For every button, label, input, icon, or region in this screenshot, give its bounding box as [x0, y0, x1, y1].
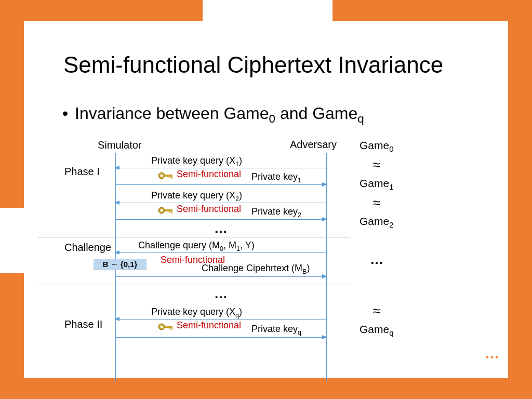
bullet-mid: and Game [275, 104, 357, 123]
approx-2: ≈ [360, 193, 393, 213]
svg-rect-14 [171, 328, 172, 330]
msg-pk1: Private key1 [251, 171, 301, 184]
gameq: Gameq [360, 321, 393, 339]
left-notch [0, 208, 24, 273]
arrow-chc [115, 276, 326, 277]
phase1-label: Phase I [64, 166, 100, 178]
msg-chq: Challenge query (M0, M1, Y) [138, 240, 255, 252]
divider-2 [38, 284, 350, 284]
key-icon-2 [158, 206, 174, 215]
dots-2: … [214, 286, 228, 302]
arrow-chq [115, 252, 326, 253]
challenge-label: Challenge [64, 242, 111, 254]
phase2-label: Phase II [64, 318, 102, 330]
title-notch [203, 0, 332, 21]
semi-q: Semi-functional [177, 320, 241, 331]
arrow-pkq [115, 337, 326, 338]
approx-q: ≈ [360, 301, 393, 321]
dots-1: … [214, 220, 228, 236]
bullet-sub1: 0 [269, 112, 275, 125]
simulator-label: Simulator [98, 139, 141, 151]
arrow-q2 [115, 203, 326, 203]
key-icon-q [158, 323, 174, 331]
semi-1: Semi-functional [177, 169, 241, 180]
svg-point-6 [161, 209, 163, 212]
game-column: Game0 ≈ Game1 ≈ Game2 … ≈ Gameq [360, 137, 393, 339]
game1: Game1 [360, 175, 393, 193]
svg-point-1 [161, 175, 163, 177]
svg-rect-12 [164, 326, 172, 328]
game2: Game2 [360, 213, 393, 231]
svg-rect-2 [164, 175, 172, 177]
b-chip: B ← {0,1} [94, 259, 147, 270]
slide-title: Semi-functional Ciphertext Invariance [63, 52, 443, 78]
adversary-label: Adversary [290, 139, 337, 151]
semi-2: Semi-functional [177, 204, 241, 215]
slide: Semi-functional Ciphertext Invariance In… [24, 21, 508, 378]
msg-pkq: Private keyq [251, 324, 301, 336]
university-logo: UNIVERSITY OF WOLLONGONG [405, 352, 503, 377]
arrow-pk1 [115, 184, 326, 185]
svg-rect-9 [171, 211, 172, 214]
arrow-q1 [115, 168, 326, 168]
approx-1: ≈ [360, 155, 393, 175]
msg-q1: Private key query (X1) [151, 155, 242, 168]
arrow-pk2 [115, 219, 326, 220]
bullet-text: Invariance between Game0 and Gameq [75, 104, 364, 126]
svg-rect-4 [171, 177, 172, 179]
arrow-qq [115, 319, 326, 320]
msg-q2: Private key query (X2) [151, 190, 242, 203]
bullet-prefix: Invariance between Game [75, 104, 269, 123]
msg-pk2: Private key2 [251, 206, 301, 219]
key-icon-1 [158, 171, 174, 180]
game-dots: … [360, 249, 393, 270]
svg-rect-8 [169, 211, 170, 213]
svg-rect-13 [169, 328, 170, 329]
svg-rect-7 [164, 209, 172, 211]
svg-point-16 [491, 356, 493, 358]
msg-qq: Private key query (Xq) [151, 307, 242, 319]
logo-text: UNIVERSITY OF WOLLONGONG [405, 355, 476, 374]
msg-chc: Challenge Cipehrtext (MB) [202, 263, 310, 275]
svg-rect-3 [169, 177, 170, 178]
game0: Game0 [360, 137, 393, 155]
svg-point-17 [496, 356, 498, 358]
shield-icon [481, 352, 503, 377]
lifeline-adversary [326, 153, 327, 381]
svg-rect-18 [486, 364, 498, 365]
svg-point-15 [486, 356, 488, 358]
bullet-sub2: q [357, 112, 364, 125]
svg-point-11 [161, 326, 163, 328]
divider-1 [38, 237, 350, 237]
